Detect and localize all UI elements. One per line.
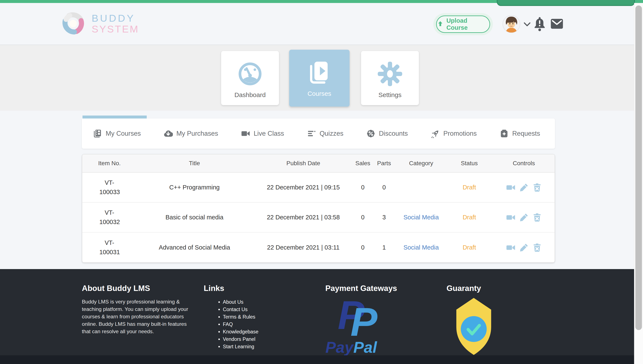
status-badge: Draft [463, 244, 476, 251]
status-badge: Draft [463, 184, 476, 191]
notification-bell-icon[interactable] [533, 16, 546, 32]
footer-link[interactable]: Contact Us [223, 306, 293, 313]
courses-table: Item No. Title Publish Date Sales Parts … [82, 154, 555, 263]
svg-text:PayPal: PayPal [325, 338, 377, 356]
nav-card-settings[interactable]: Settings [361, 51, 419, 105]
upload-arrow-icon [437, 20, 444, 28]
publish-date: 22 December 2021 | 09:15 [252, 184, 354, 191]
tab-promotions[interactable]: Promotions [431, 129, 477, 138]
scrollbar-thumb[interactable] [635, 6, 642, 330]
item-no: VT-100033 [99, 178, 119, 197]
column-header-publish-date: Publish Date [252, 160, 354, 167]
footer-bottom-bar [0, 355, 643, 364]
delete-trash-icon[interactable] [532, 183, 542, 192]
footer-about-section: About Buddy LMS Buddy LMS is very profes… [82, 284, 189, 335]
footer-link[interactable]: FAQ [223, 321, 293, 328]
publish-date: 22 December 2021 | 03:58 [252, 214, 354, 221]
footer-link[interactable]: Terms & Rules [223, 313, 293, 321]
footer-links-title: Links [204, 284, 293, 293]
courses-page: BUDDY SYSTEM Upload Course [0, 0, 643, 364]
footer-about-text: Buddy LMS is very professional learning … [82, 298, 189, 335]
parts-count: 3 [371, 214, 397, 221]
category-link[interactable]: Social Media [403, 214, 439, 221]
brand-line1: BUDDY [92, 13, 139, 23]
footer-links-section: Links About Us Contact Us Terms & Rules … [204, 284, 293, 350]
column-header-status: Status [446, 160, 493, 167]
header: BUDDY SYSTEM Upload Course [0, 3, 643, 45]
nav-card-label: Settings [378, 91, 401, 98]
column-header-controls: Controls [493, 160, 555, 167]
table-header-row: Item No. Title Publish Date Sales Parts … [82, 154, 555, 173]
column-header-category: Category [397, 160, 446, 167]
footer-about-title: About Buddy LMS [82, 284, 189, 293]
active-tab-indicator [83, 116, 147, 118]
settings-gear-icon [377, 60, 403, 88]
shield-check-icon [451, 297, 496, 356]
tab-live-class[interactable]: Live Class [241, 129, 284, 138]
avatar[interactable] [502, 15, 521, 33]
sales-count: 0 [354, 244, 371, 251]
tabs-bar: My Courses My Purchases Live Class [82, 118, 555, 149]
percent-badge-icon [366, 129, 375, 138]
video-camera-icon[interactable] [506, 183, 516, 192]
nav-card-label: Courses [307, 90, 331, 97]
tab-discounts[interactable]: Discounts [366, 129, 408, 138]
tab-my-courses[interactable]: My Courses [93, 129, 141, 138]
video-camera-icon[interactable] [506, 243, 516, 252]
nav-card-label: Dashboard [235, 91, 266, 98]
edit-pencil-icon[interactable] [519, 243, 529, 252]
publish-date: 22 December 2021 | 03:11 [252, 244, 354, 251]
rocket-icon [431, 129, 440, 138]
tab-label: Promotions [443, 130, 477, 138]
course-title: C++ Programming [136, 184, 252, 191]
row-controls [493, 183, 555, 192]
delete-trash-icon[interactable] [532, 212, 542, 222]
column-header-title: Title [136, 160, 252, 167]
toast-notification-remnant [497, 0, 635, 6]
row-controls [493, 212, 555, 222]
footer-guaranty-section: Guaranty [447, 284, 515, 356]
footer-links-list: About Us Contact Us Terms & Rules FAQ Kn… [204, 298, 293, 350]
column-header-item-no: Item No. [82, 160, 136, 167]
nav-card-dashboard[interactable]: Dashboard [221, 51, 279, 105]
list-lines-icon [307, 129, 316, 138]
column-header-sales: Sales [354, 160, 371, 167]
tab-quizzes[interactable]: Quizzes [307, 129, 343, 138]
delete-trash-icon[interactable] [532, 243, 542, 252]
course-title: Advanced of Social Media [136, 244, 252, 251]
chevron-down-icon[interactable] [522, 22, 532, 28]
tab-requests[interactable]: Requests [500, 129, 540, 138]
courses-video-icon [306, 59, 333, 86]
footer-link[interactable]: About Us [223, 298, 293, 306]
item-no: VT-100031 [99, 238, 119, 257]
edit-pencil-icon[interactable] [519, 183, 529, 192]
sales-count: 0 [354, 184, 371, 191]
upload-course-button[interactable]: Upload Course [436, 16, 490, 33]
category-link[interactable]: Social Media [403, 244, 439, 251]
request-camera-icon [500, 129, 509, 138]
film-strip-icon [93, 129, 102, 138]
video-camera-icon[interactable] [506, 212, 516, 222]
parts-count: 0 [371, 184, 397, 191]
tab-label: Live Class [254, 130, 284, 138]
tab-my-purchases[interactable]: My Purchases [163, 129, 218, 138]
tab-label: My Purchases [176, 130, 218, 138]
status-badge: Draft [463, 214, 476, 221]
brand-logo: BUDDY SYSTEM [61, 11, 139, 36]
footer-link[interactable]: Knowledgebase [223, 328, 293, 336]
tab-label: Discounts [379, 130, 408, 138]
parts-count: 1 [371, 244, 397, 251]
mail-icon[interactable] [550, 18, 563, 30]
upload-course-label: Upload Course [446, 17, 490, 31]
tab-label: My Courses [106, 130, 141, 138]
table-row: VT-100031 Advanced of Social Media 22 De… [82, 232, 555, 262]
table-row: VT-100032 Basic of social media 22 Decem… [82, 202, 555, 232]
scrollbar-track[interactable] [634, 3, 643, 364]
edit-pencil-icon[interactable] [519, 212, 529, 222]
footer-link[interactable]: Vendors Panel [223, 336, 293, 343]
nav-card-courses[interactable]: Courses [289, 50, 350, 106]
column-header-parts: Parts [371, 160, 397, 167]
footer-link[interactable]: Start Learning [223, 343, 293, 350]
tab-label: Requests [512, 130, 540, 138]
paypal-logo: P P PayPal [325, 295, 389, 356]
